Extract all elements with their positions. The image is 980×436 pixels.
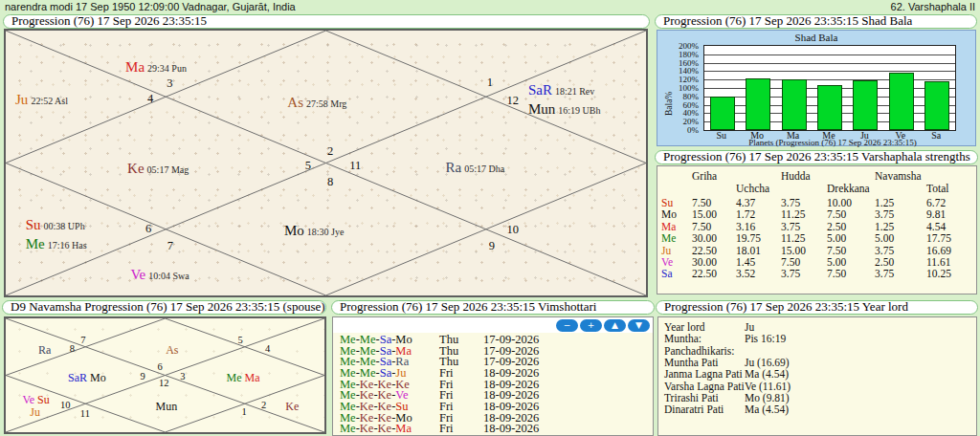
bar-ju	[853, 80, 878, 130]
house-number-1: 1	[487, 76, 493, 89]
house-number-7: 7	[80, 336, 85, 346]
strengths-value: 3.75	[875, 209, 894, 221]
vimshottari-button-minus[interactable]: −	[556, 319, 578, 332]
module-name: 62. Varshaphala II	[891, 0, 975, 13]
main-chart-header[interactable]: Progression (76) 17 Sep 2026 23:35:15	[3, 14, 650, 29]
house-number-8: 8	[70, 344, 75, 355]
house-number-6: 6	[145, 223, 151, 235]
planet-sar: SaR18:21 Rev	[528, 82, 594, 98]
y-tick-180: 180%	[679, 50, 699, 59]
yearlord-label: Dinaratri Pati	[664, 404, 724, 416]
vimshottari-buttons: −+▲▼	[556, 319, 650, 332]
bar-ve	[889, 73, 914, 130]
house-number-4: 4	[147, 93, 153, 105]
shadbala-x-axis-label: Planets (Progression (76) 17 Sep 2026 23…	[692, 138, 973, 147]
strengths-value: 1.25	[875, 222, 894, 233]
strengths-value: 2.50	[827, 222, 846, 233]
vimshottari-header[interactable]: Progression (76) 17 Sep 2026 23:35:15 Vi…	[331, 300, 655, 315]
bar-su	[710, 97, 735, 130]
shadbala-header[interactable]: Progression (76) 17 Sep 2026 23:35:15 Sh…	[655, 14, 977, 29]
y-tick-160: 160%	[679, 58, 699, 68]
strengths-value: 7.50	[692, 198, 711, 209]
house-number-9: 9	[489, 239, 495, 251]
planet-ma: Ma29:34 Pun	[125, 59, 187, 75]
bar-sa	[924, 81, 949, 130]
house-number-3: 3	[180, 372, 185, 382]
planet-as: As	[166, 341, 178, 357]
vimshottari-button-plus[interactable]: +	[580, 319, 602, 332]
planet-ke: Ke	[285, 398, 299, 413]
strengths-value: 2.50	[875, 257, 894, 269]
y-tick-0: 0%	[687, 125, 699, 135]
house-number-4: 4	[265, 344, 270, 355]
y-tick-20: 20%	[683, 117, 700, 126]
house-number-1: 1	[241, 406, 246, 417]
bar-ma	[782, 79, 807, 130]
planet-ju: Ju22:52 Asl	[15, 92, 68, 107]
house-number-3: 3	[167, 77, 172, 90]
strengths-value: 5.00	[875, 233, 894, 245]
y-tick-120: 120%	[679, 75, 699, 84]
d9-title: D9 Navamsha Progression (76) 17 Sep 2026…	[11, 300, 325, 314]
yearlord-table: Year lordJuMuntha:Pis 16:19Panchadhikari…	[657, 316, 977, 436]
strengths-header-uchcha: Uchcha	[736, 184, 769, 195]
shadbala-plot-area	[703, 45, 956, 131]
house-number-11: 11	[349, 160, 361, 172]
gridline	[704, 79, 955, 80]
strengths-planet-ma: Ma	[661, 222, 676, 233]
strengths-value: 3.75	[875, 269, 894, 280]
strengths-header-hudda: Hudda	[781, 171, 811, 183]
strengths-value: 5.00	[827, 233, 846, 245]
house-number-10: 10	[507, 224, 520, 236]
yearlord-value: Pis 16:19	[745, 334, 786, 345]
planet-mun: Mun16:19 UBh	[528, 101, 601, 117]
strengths-header-griha: Griha	[692, 171, 717, 183]
house-number-12: 12	[159, 378, 169, 388]
d9-header[interactable]: D9 Navamsha Progression (76) 17 Sep 2026…	[2, 300, 326, 315]
strengths-value: 3.75	[781, 269, 800, 280]
strengths-value: 3.16	[736, 222, 755, 233]
strengths-planet-ju: Ju	[661, 246, 671, 257]
strengths-value: 11.25	[781, 209, 805, 221]
planet-ve: Ve10:04 Swa	[130, 267, 189, 282]
chart-grid-lines	[6, 31, 646, 295]
strengths-header[interactable]: Progression (76) 17 Sep 2026 23:35:15 Va…	[655, 150, 978, 164]
strengths-value: 9.81	[926, 209, 946, 221]
shadbala-title: Progression (76) 17 Sep 2026 23:35:15 Sh…	[663, 14, 912, 28]
strengths-value: 22.50	[692, 246, 717, 257]
strengths-header-total: Total	[926, 184, 948, 195]
main-chart-title: Progression (76) 17 Sep 2026 23:35:15	[11, 14, 207, 28]
strengths-value: 15.00	[692, 209, 717, 221]
y-tick-100: 100%	[679, 83, 699, 93]
house-number-6: 6	[158, 362, 163, 373]
strengths-value: 18.01	[736, 246, 761, 257]
planet-mun: Mun	[155, 398, 177, 413]
yearlord-header[interactable]: Progression (76) 17 Sep 2026 23:35:15 Ye…	[656, 300, 978, 315]
strengths-value: 4.37	[736, 198, 755, 209]
yearlord-label: Trirashi Pati	[664, 393, 719, 404]
strengths-value: 16.69	[926, 246, 951, 257]
gridline	[704, 54, 955, 55]
strengths-value: 22.50	[692, 269, 717, 280]
y-tick-200: 200%	[679, 41, 699, 51]
vimshottari-button-scroll-down[interactable]: ▼	[628, 319, 650, 332]
strengths-value: 11.25	[781, 233, 805, 245]
vimshottari-row[interactable]: Me-Ke-Ke-MaFri18-09-2026	[340, 423, 651, 434]
strengths-planet-ve: Ve	[661, 257, 673, 269]
yearlord-value: Mo (9.81)	[745, 393, 790, 404]
planet-sar-mo: SaR Mo	[68, 369, 106, 384]
house-number-12: 12	[507, 95, 520, 107]
strengths-value: 30.00	[692, 233, 717, 245]
strengths-value: 5.00	[827, 257, 846, 269]
strengths-value: 3.52	[736, 269, 755, 280]
strengths-value: 1.45	[736, 257, 755, 269]
yearlord-label: Muntha Pati	[664, 358, 719, 369]
house-number-5: 5	[305, 160, 311, 172]
house-number-11: 11	[80, 408, 90, 419]
shadbala-chart-title: Shad Bala	[657, 32, 975, 43]
vimshottari-button-scroll-up[interactable]: ▲	[604, 319, 626, 332]
planet-ra: Ra05:17 Dha	[446, 160, 505, 175]
strengths-title: Progression (76) 17 Sep 2026 23:35:15 Va…	[663, 150, 970, 164]
strengths-planet-mo: Mo	[661, 209, 677, 221]
yearlord-value: Ju	[745, 322, 754, 334]
